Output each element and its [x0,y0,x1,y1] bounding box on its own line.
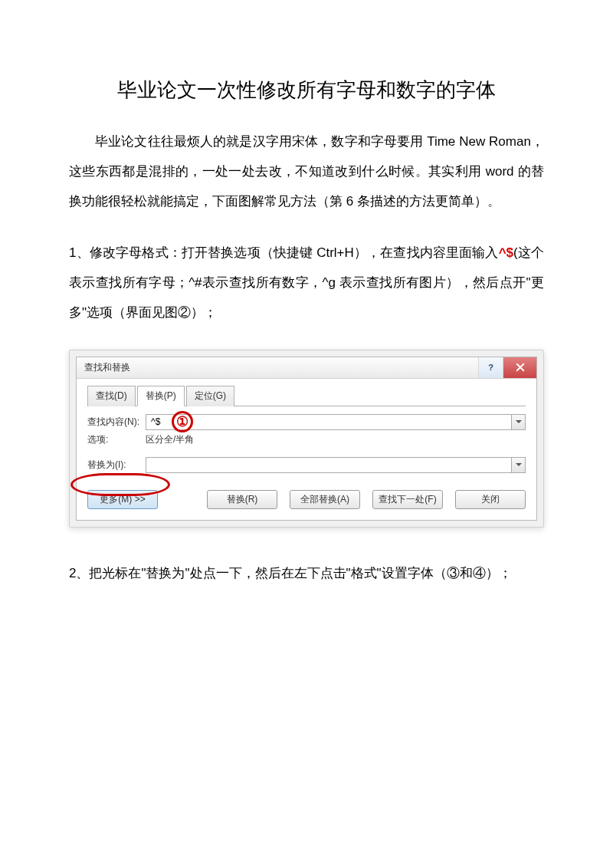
options-value: 区分全/半角 [146,433,194,446]
close-icon [516,363,525,372]
tab-replace[interactable]: 替换(P) [137,386,185,406]
dialog-button-row: 更多(M) >> 替换(R) 全部替换(A) 查找下一处(F) 关闭 [87,476,526,509]
find-next-button[interactable]: 查找下一处(F) [372,490,443,509]
step-2-paragraph: 2、把光标在"替换为"处点一下，然后在左下点击"格式"设置字体（③和④）； [69,558,544,588]
help-button[interactable]: ? [478,357,503,378]
replace-row: 替换为(I): [87,457,526,473]
find-dropdown-button[interactable] [511,415,525,429]
find-label: 查找内容(N): [87,416,146,429]
page-title: 毕业论文一次性修改所有字母和数字的字体 [69,77,544,104]
highlight-ellipse-more [70,473,170,496]
replace-dropdown-button[interactable] [511,458,525,472]
replace-button[interactable]: 替换(R) [207,490,277,509]
step-1-paragraph: 1、修改字母格式：打开替换选项（快捷键 Ctrl+H），在查找内容里面输入^$(… [69,238,544,327]
step-1-code: ^$ [499,245,513,260]
dialog-tabs: 查找(D) 替换(P) 定位(G) [87,385,526,406]
intro-paragraph: 毕业论文往往最烦人的就是汉字用宋体，数字和字母要用 Time New Roman… [69,127,544,216]
step-1-prefix: 1、修改字母格式：打开替换选项（快捷键 Ctrl+H），在查找内容里面输入 [69,245,499,260]
replace-all-button[interactable]: 全部替换(A) [290,490,360,509]
find-input[interactable] [146,415,511,429]
tab-find[interactable]: 查找(D) [87,386,136,406]
dialog-title: 查找和替换 [84,361,130,374]
find-input-combo[interactable] [146,414,526,430]
options-row: 选项: 区分全/半角 [87,433,526,446]
find-replace-dialog: 查找和替换 ? 查找(D) 替换(P) 定位(G) 查找内容(N): [69,350,544,528]
options-label: 选项: [87,433,146,446]
replace-input[interactable] [146,458,511,472]
replace-input-combo[interactable] [146,457,526,473]
callout-circle-1: ① [172,411,193,432]
replace-label: 替换为(I): [87,459,146,472]
close-button[interactable]: 关闭 [455,490,526,509]
close-window-button[interactable] [503,357,536,378]
find-row: 查找内容(N): ① [87,414,526,430]
dialog-titlebar: 查找和替换 ? [77,357,536,379]
tab-goto[interactable]: 定位(G) [186,386,234,406]
